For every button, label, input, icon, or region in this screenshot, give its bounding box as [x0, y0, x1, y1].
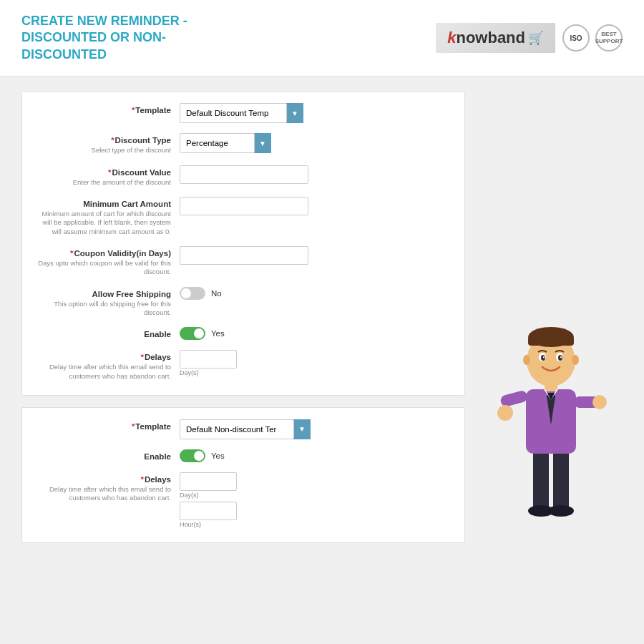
knowband-logo: knowband 🛒 [436, 23, 555, 53]
nd-template-dropdown-wrap: Default Non-discount Template ▼ [180, 419, 450, 439]
free-shipping-toggle[interactable] [180, 287, 205, 300]
delays-day-label: Day(s) [180, 369, 450, 376]
nd-delays-inputs: Day(s) Hour(s) [180, 472, 450, 528]
min-cart-label: Minimum Cart Amount [36, 200, 171, 208]
min-cart-input[interactable] [180, 197, 308, 215]
discount-value-input[interactable] [180, 165, 308, 184]
nd-enable-toggle-wrap: Yes [180, 449, 450, 462]
delays-row: *Delays Delay time after which this emai… [36, 350, 450, 381]
delays-inputs: Day(s) [180, 350, 450, 376]
discounted-form-card: *Template Default Discount Template ▼ [21, 91, 465, 396]
free-shipping-toggle-wrap: No [180, 287, 450, 300]
nd-template-select[interactable]: Default Non-discount Template [180, 419, 294, 439]
discount-type-dropdown-wrap: Percentage Fixed ▼ [180, 133, 450, 153]
free-shipping-sublabel: This option will do shipping free for th… [36, 300, 171, 318]
nd-delays-hour-row: Hour(s) [180, 502, 450, 528]
logo-rest: nowband [456, 29, 525, 47]
coupon-validity-row: *Coupon Validity(in Days) Days upto whic… [36, 246, 450, 277]
template-row: *Template Default Discount Template ▼ [36, 103, 450, 123]
enable-toggle-knob [194, 328, 204, 338]
logo-area: knowband 🛒 ISO BESTSUPPORT [436, 23, 623, 53]
delays-day-input[interactable] [180, 350, 237, 369]
discount-type-dropdown-arrow[interactable]: ▼ [254, 133, 271, 153]
svg-point-17 [541, 355, 545, 361]
svg-point-22 [572, 355, 579, 365]
best-support-cert: BESTSUPPORT [595, 24, 623, 52]
nd-delays-hour-label: Hour(s) [180, 521, 450, 528]
template-label: *Template [36, 106, 171, 114]
cert-icons: ISO BESTSUPPORT [562, 24, 623, 52]
coupon-validity-label: *Coupon Validity(in Days) [36, 249, 171, 258]
enable-label: Enable [36, 330, 171, 338]
character-column [479, 91, 623, 543]
svg-point-19 [543, 356, 545, 358]
main-content: *Template Default Discount Template ▼ [0, 77, 644, 557]
forms-column: *Template Default Discount Template ▼ [21, 91, 465, 543]
delays-label: *Delays [36, 353, 171, 361]
logo-k: k [447, 29, 456, 47]
template-select[interactable]: Default Discount Template [180, 103, 287, 123]
min-cart-sublabel: Minimum amount of cart for which discoun… [36, 210, 171, 236]
coupon-validity-input[interactable] [180, 246, 308, 265]
nd-template-dropdown-arrow[interactable]: ▼ [293, 419, 311, 439]
discount-value-sublabel: Enter the amount of the discount [36, 178, 171, 187]
character-figure [494, 286, 608, 529]
svg-rect-0 [533, 450, 549, 511]
min-cart-row: Minimum Cart Amount Minimum amount of ca… [36, 197, 450, 236]
template-dropdown-arrow[interactable]: ▼ [286, 103, 303, 123]
discount-type-sublabel: Select type of the discount [36, 146, 171, 155]
nd-template-label: *Template [36, 422, 171, 431]
nd-delays-label: *Delays [36, 475, 171, 484]
discount-type-select[interactable]: Percentage Fixed [180, 133, 255, 153]
nd-delays-row: *Delays Delay time after which this emai… [36, 472, 450, 528]
enable-toggle-wrap: Yes [180, 327, 450, 340]
free-shipping-toggle-label: No [211, 289, 222, 298]
page-title: CREATE NEW REMINDER - DISCOUNTED OR NON-… [21, 13, 250, 63]
nd-enable-toggle[interactable] [180, 449, 205, 462]
enable-toggle[interactable] [180, 327, 205, 340]
coupon-validity-sublabel: Days upto which coupon will be valid for… [36, 259, 171, 277]
discount-value-label: *Discount Value [36, 168, 171, 177]
nd-delays-day-input[interactable] [180, 472, 237, 491]
svg-point-10 [592, 395, 607, 409]
nd-enable-toggle-knob [194, 451, 204, 461]
logo-cart-icon: 🛒 [528, 30, 544, 46]
delays-day-row: Day(s) [180, 350, 450, 376]
svg-rect-1 [553, 450, 569, 511]
discount-type-row: *Discount Type Select type of the discou… [36, 133, 450, 155]
svg-point-20 [560, 356, 562, 358]
free-shipping-label: Allow Free Shipping [36, 290, 171, 298]
svg-rect-7 [499, 389, 529, 407]
free-shipping-toggle-knob [181, 288, 191, 298]
discount-type-label: *Discount Type [36, 136, 171, 145]
iso-cert: ISO [562, 24, 590, 52]
svg-point-18 [558, 355, 562, 361]
nd-enable-row: Enable Yes [36, 449, 450, 462]
svg-point-8 [497, 405, 513, 421]
nd-delays-sublabel: Delay time after which this email send t… [36, 485, 171, 503]
nd-template-row: *Template Default Non-discount Template … [36, 419, 450, 439]
nd-delays-day-label: Day(s) [180, 492, 450, 499]
nd-delays-day-row: Day(s) [180, 472, 450, 499]
delays-sublabel: Delay time after which this email send t… [36, 363, 171, 381]
nd-delays-hour-input[interactable] [180, 502, 237, 520]
enable-row: Enable Yes [36, 327, 450, 340]
nd-enable-toggle-label: Yes [211, 452, 225, 460]
nd-enable-label: Enable [36, 452, 171, 461]
page-header: CREATE NEW REMINDER - DISCOUNTED OR NON-… [0, 0, 644, 77]
enable-toggle-label: Yes [211, 329, 225, 338]
template-dropdown-wrap: Default Discount Template ▼ [180, 103, 450, 123]
discount-value-row: *Discount Value Enter the amount of the … [36, 165, 450, 187]
nondiscounted-form-card: *Template Default Non-discount Template … [21, 407, 465, 543]
svg-rect-14 [528, 337, 574, 346]
free-shipping-row: Allow Free Shipping This option will do … [36, 287, 450, 318]
svg-point-21 [523, 355, 530, 365]
svg-point-3 [548, 505, 574, 517]
